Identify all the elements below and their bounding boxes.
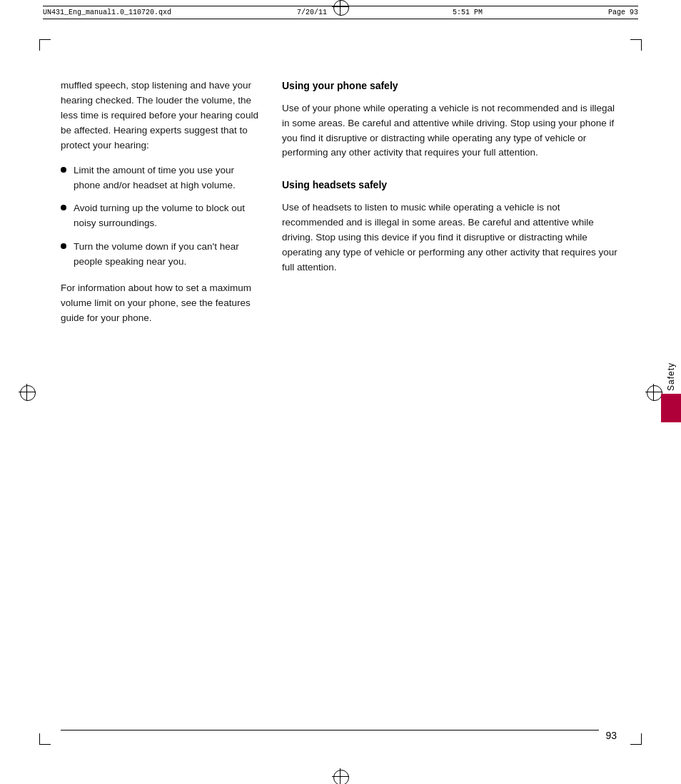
list-item: Turn the volume down if you can't hear p… xyxy=(61,240,261,270)
page-container: UN431_Eng_manual1.0_110720.qxd 7/20/11 5… xyxy=(0,0,681,784)
corner-mark-bl xyxy=(39,733,51,745)
content-area: muffled speech, stop listening and have … xyxy=(61,78,620,727)
header-time: 5:51 PM xyxy=(453,9,483,16)
safety-label: Safety xyxy=(666,362,676,390)
bullet-text-3: Turn the volume down if you can't hear p… xyxy=(74,240,261,270)
safety-bar xyxy=(661,394,681,422)
section-headsets-safely: Using headsets safely Use of headsets to… xyxy=(282,178,620,275)
section-phone-safely: Using your phone safely Use of your phon… xyxy=(282,78,620,161)
intro-text: muffled speech, stop listening and have … xyxy=(61,78,261,153)
header-page: Page 93 xyxy=(608,9,638,16)
corner-mark-tr xyxy=(630,39,642,51)
info-text: For information about how to set a maxim… xyxy=(61,281,261,326)
section1-text: Use of your phone while operating a vehi… xyxy=(282,101,620,161)
header-date: 7/20/11 xyxy=(297,9,327,16)
list-item: Limit the amount of time you use your ph… xyxy=(61,163,261,193)
bullet-text-2: Avoid turning up the volume to block out… xyxy=(74,201,261,231)
bullet-text-1: Limit the amount of time you use your ph… xyxy=(74,163,261,193)
page-number: 93 xyxy=(605,730,617,741)
reg-mark-left xyxy=(20,385,34,399)
reg-mark-bottom xyxy=(333,770,348,784)
safety-tab: Safety xyxy=(661,362,681,422)
reg-mark-top xyxy=(333,0,348,14)
corner-mark-tl xyxy=(39,39,51,51)
section2-text: Use of headsets to listen to music while… xyxy=(282,200,620,275)
list-item: Avoid turning up the volume to block out… xyxy=(61,201,261,231)
bottom-line xyxy=(61,730,599,730)
reg-mark-right xyxy=(647,385,661,399)
section1-heading: Using your phone safely xyxy=(282,78,620,94)
corner-mark-br xyxy=(630,733,642,745)
bullet-dot xyxy=(61,243,66,249)
bullet-dot xyxy=(61,167,66,173)
header-filename: UN431_Eng_manual1.0_110720.qxd xyxy=(43,9,171,16)
right-column: Using your phone safely Use of your phon… xyxy=(282,78,620,727)
bullet-dot xyxy=(61,205,66,210)
section2-heading: Using headsets safely xyxy=(282,178,620,193)
left-column: muffled speech, stop listening and have … xyxy=(61,78,261,727)
bullet-list: Limit the amount of time you use your ph… xyxy=(61,163,261,270)
